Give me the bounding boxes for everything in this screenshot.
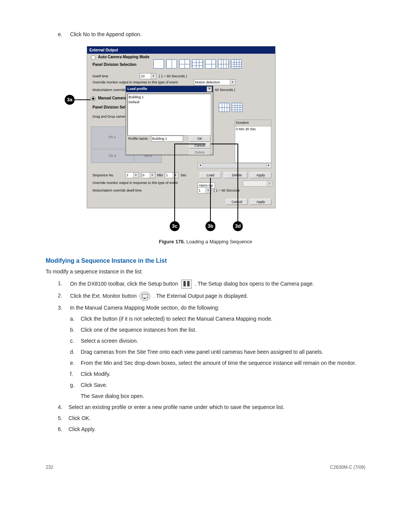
load-button[interactable]: Load [200, 172, 221, 178]
popup-delete-button: Delete [189, 149, 210, 155]
monitor-icon [140, 292, 150, 301]
step-text: On the DX8100 toolbar, click the Setup b… [70, 280, 180, 286]
step-num: 5. [58, 414, 68, 422]
load-profile-dialog: Load profile ✕ Building 1 Default Profil… [126, 86, 213, 155]
callout-3d: 3d [233, 221, 243, 231]
list-item[interactable]: Building 1 [129, 95, 210, 100]
auto-mode-label: Auto Camera Mapping Mode [98, 55, 150, 59]
callout-3c: 3c [170, 221, 180, 231]
step-text: Click Modify. [81, 371, 110, 377]
callout-3c-line2 [174, 144, 206, 144]
callout-3b: 3b [206, 221, 215, 231]
step-text: Click Apply. [68, 426, 96, 432]
division-icon-1x1[interactable] [153, 59, 164, 69]
dwell-time-unit: ( 1 ~ 60 Seconds ) [159, 74, 187, 78]
doc-id: C2630M-C (7/09) [330, 464, 365, 471]
close-icon[interactable]: ✕ [207, 86, 212, 92]
popup-ok-button[interactable]: OK [189, 136, 210, 142]
step-letter: a. [70, 315, 81, 323]
callout-3d-line [237, 144, 238, 221]
step-text: Click Save. [81, 382, 107, 388]
motion-override2-select[interactable]: 1 [198, 187, 211, 193]
panel-division-label2: Panel Division Selec [92, 104, 129, 110]
step-num: 3. [58, 304, 68, 312]
sequence-sec-label: Sec [181, 173, 187, 177]
step-num: 4. [58, 403, 68, 411]
step-letter: b. [70, 326, 81, 334]
dwell-time-select[interactable]: 10 [140, 73, 156, 79]
step-text: Select an existing profile or enter a ne… [68, 404, 284, 410]
sequence-sec-select[interactable]: 1 [165, 172, 178, 178]
radio-manual-mode[interactable] [91, 96, 96, 101]
intro-text: To modify a sequence instance in the lis… [46, 268, 365, 276]
scroll-left-icon[interactable]: ◂ [198, 163, 203, 167]
step-num: 1. [58, 280, 68, 288]
step-text: Drag cameras from the Site Tree onto eac… [81, 349, 323, 355]
division-icon-1v[interactable] [166, 59, 177, 69]
profile-list[interactable]: Building 1 Default [127, 94, 211, 136]
scroll-right-icon[interactable]: ▸ [266, 163, 271, 167]
step-text: Select a screen division. [81, 338, 138, 344]
external-output-window: External Output Auto Camera Mapping Mode… [87, 46, 276, 208]
setup-icon [181, 280, 192, 289]
step-text: Click OK. [68, 415, 91, 421]
duration-column-header: Duration [235, 120, 271, 126]
popup-title: Load profile [127, 87, 147, 91]
division-icon-4v[interactable] [218, 59, 229, 69]
division-icon-2x2[interactable] [179, 59, 190, 69]
step-text: Click the button (if it is not selected)… [81, 316, 272, 322]
sequence-min-label: Min [157, 173, 163, 177]
override-select[interactable]: Motion detection [194, 79, 236, 85]
dwell-time-label: Dwell time [92, 74, 108, 78]
override-label: Override monitor output in response to t… [92, 80, 178, 85]
motion-override-unit: 60 Seconds ) [215, 88, 235, 93]
figure-caption: Figure 176. Loading a Mapping Sequence [46, 238, 365, 246]
step-text: From the Min and Sec drop-down boxes, se… [81, 360, 356, 366]
window-title: External Output [87, 46, 275, 54]
division-icon-4x4[interactable] [231, 59, 242, 69]
cancel-button[interactable]: Cancel [226, 199, 247, 205]
step-text: In the Manual Camera Mapping Mode sectio… [70, 305, 219, 311]
override2-label: Override monitor output in response to t… [92, 181, 178, 186]
list-item[interactable]: Default [129, 100, 210, 105]
step-text: Click No to the Append option. [70, 31, 142, 37]
section-heading: Modifying a Sequence Instance in the Lis… [46, 256, 365, 265]
step-letter: c. [70, 337, 81, 345]
step-text: Click the Ext. Monitor button [70, 292, 138, 299]
callout-3a-line [75, 99, 91, 100]
sequence-min-select[interactable]: 0 [142, 172, 155, 178]
duration-cell: 0 Min 30 Sec [235, 126, 271, 133]
step-num: 2. [58, 292, 68, 300]
callout-3c-line [174, 144, 175, 221]
figure-176: External Output Auto Camera Mapping Mode… [65, 46, 293, 233]
sequence-no-label: Sequence No. [92, 173, 114, 178]
callout-3b-line [210, 178, 211, 221]
step-letter: e. [58, 30, 68, 38]
step-text: The Save dialog box open. [81, 393, 144, 399]
page-number: 232 [46, 464, 53, 471]
callout-3a: 3a [65, 95, 75, 105]
panel-division-label: Panel Division Selection [92, 62, 137, 67]
step-letter: f. [70, 370, 81, 378]
delete-button[interactable]: Delete [226, 172, 247, 178]
motion-override2-unit: ( 1 ~ 60 Seconds [214, 189, 240, 192]
division-icon-3p1[interactable] [205, 59, 216, 69]
step-text: . The Setup dialog box opens to the Came… [195, 280, 314, 286]
step-text: Click one of the sequence instances from… [81, 327, 196, 333]
override2-select[interactable] [243, 181, 272, 187]
apply-button[interactable]: Apply [250, 172, 271, 178]
sequence-no-select[interactable]: 2 [125, 172, 139, 178]
division-icon-4x4b[interactable] [232, 103, 242, 112]
radio-auto-mode[interactable] [91, 55, 96, 60]
step-text: . The External Output page is displayed. [153, 292, 248, 299]
step-letter: d. [70, 348, 81, 356]
division-icon-4h[interactable] [219, 103, 229, 112]
step-letter: e. [70, 359, 81, 367]
callout-3d-line2 [211, 144, 238, 144]
division-icon-3x3[interactable] [192, 59, 203, 69]
step-num: 6. [58, 425, 68, 433]
profile-name-input[interactable]: Building 1 [151, 136, 183, 142]
main-apply-button[interactable]: Apply [250, 199, 271, 205]
profile-name-label: Profile name: [128, 137, 148, 141]
motion-override2-label: Motion/alarm override dwell time [92, 188, 142, 193]
